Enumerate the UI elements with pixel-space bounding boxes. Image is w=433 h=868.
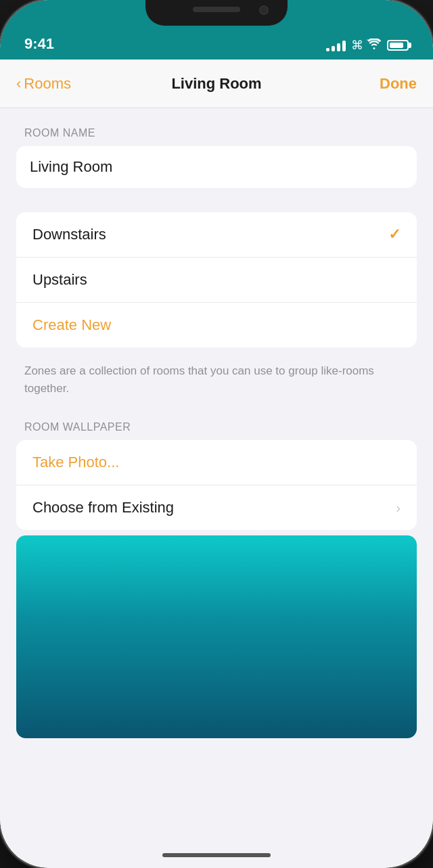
room-name-label: ROOM NAME bbox=[0, 127, 433, 146]
status-time: 9:41 bbox=[24, 35, 326, 53]
signal-icon bbox=[326, 39, 346, 51]
navigation-bar: ‹ Rooms Living Room Done bbox=[0, 59, 433, 108]
zone-label-downstairs: Downstairs bbox=[32, 226, 106, 243]
take-photo-label: Take Photo... bbox=[32, 454, 119, 471]
create-new-button[interactable]: Create New bbox=[16, 303, 417, 347]
zones-hint: Zones are a collection of rooms that you… bbox=[0, 353, 433, 402]
section-gap-1 bbox=[0, 193, 433, 212]
create-new-label: Create New bbox=[32, 316, 111, 334]
zone-item-upstairs[interactable]: Upstairs bbox=[16, 258, 417, 303]
wallpaper-preview bbox=[16, 535, 417, 738]
wallpaper-card: Take Photo... Choose from Existing › bbox=[16, 440, 417, 530]
notch bbox=[145, 0, 288, 26]
status-bar: 9:41 ⌘ bbox=[0, 0, 433, 59]
zone-label-upstairs: Upstairs bbox=[32, 271, 87, 289]
section-gap-2 bbox=[0, 402, 433, 421]
status-icons: ⌘ bbox=[326, 38, 409, 53]
back-chevron-icon: ‹ bbox=[16, 75, 21, 93]
speaker bbox=[193, 7, 240, 12]
take-photo-button[interactable]: Take Photo... bbox=[16, 440, 417, 485]
room-name-card bbox=[16, 146, 417, 188]
zones-card: Downstairs ✓ Upstairs Create New bbox=[16, 212, 417, 347]
done-button[interactable]: Done bbox=[317, 75, 417, 93]
phone-shell: 9:41 ⌘ ‹ bbox=[0, 0, 433, 868]
page-title: Living Room bbox=[116, 75, 317, 93]
choose-existing-button[interactable]: Choose from Existing › bbox=[16, 485, 417, 530]
wallpaper-label: ROOM WALLPAPER bbox=[0, 421, 433, 440]
battery-icon bbox=[387, 40, 409, 51]
room-name-input[interactable] bbox=[16, 146, 417, 188]
selected-checkmark-icon: ✓ bbox=[388, 226, 401, 243]
chevron-right-icon: › bbox=[396, 500, 401, 516]
choose-existing-label: Choose from Existing bbox=[32, 499, 174, 516]
back-button[interactable]: ‹ Rooms bbox=[16, 75, 116, 93]
screen: 9:41 ⌘ ‹ bbox=[0, 0, 433, 868]
wifi-icon: ⌘ bbox=[351, 38, 382, 53]
back-label: Rooms bbox=[24, 75, 71, 93]
content-area: ROOM NAME Downstairs ✓ Upstairs Create N… bbox=[0, 108, 433, 868]
home-indicator bbox=[162, 853, 271, 857]
zone-item-downstairs[interactable]: Downstairs ✓ bbox=[16, 212, 417, 258]
front-camera bbox=[259, 5, 269, 15]
